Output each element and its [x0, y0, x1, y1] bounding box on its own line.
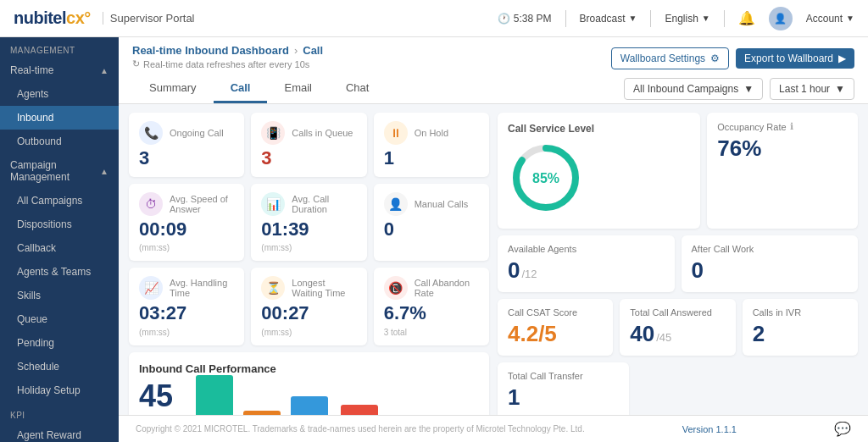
sidebar-item-pending[interactable]: Pending: [0, 331, 119, 355]
chat-icon[interactable]: 💬: [834, 421, 851, 437]
period-filter[interactable]: Last 1 hour ▼: [770, 78, 854, 100]
sidebar-item-dispositions[interactable]: Dispositions: [0, 213, 119, 236]
metric-row-2: ⏱ Avg. Speed of Answer 00:09 (mm:ss) 📊 A…: [129, 184, 489, 261]
tabs-and-filters: Summary Call Email Chat All Inbound Camp…: [132, 75, 854, 103]
tab-chat[interactable]: Chat: [329, 75, 386, 103]
pending-label: Pending: [17, 337, 54, 349]
sidebar-item-agents[interactable]: Agents: [0, 82, 119, 106]
export-wallboard-btn[interactable]: Export to Wallboard ▶: [736, 48, 854, 69]
sidebar-item-agentreward[interactable]: Agent Reward System: [0, 423, 119, 442]
time-value: 5:38 PM: [514, 13, 552, 25]
tabs-row: Summary Call Email Chat: [132, 75, 386, 103]
logo-accent: cx°: [66, 8, 91, 27]
calls-queue-card: 📳 Calls in Queue 3: [251, 113, 366, 177]
avatar[interactable]: 👤: [769, 7, 793, 30]
service-level-donut: 85%: [508, 140, 584, 216]
broadcast-btn[interactable]: Broadcast ▼: [580, 13, 637, 25]
sidebar-item-outbound[interactable]: Outbound: [0, 130, 119, 153]
left-panel: 📞 Ongoing Call 3 📳 Calls in Queue 3: [129, 113, 489, 415]
avg-speed-icon: ⏱: [139, 192, 163, 216]
broadcast-chevron: ▼: [629, 14, 637, 23]
avg-duration-label: Avg. Call Duration: [292, 194, 356, 214]
total-answered-card: Total Call Answered 40 /45: [620, 299, 735, 356]
footer-version[interactable]: Version 1.1.1: [682, 424, 737, 434]
footer-copyright: Copyright © 2021 MICROTEL. Trademarks & …: [136, 424, 585, 434]
agentsteams-label: Agents & Teams: [17, 266, 91, 278]
avg-handling-value: 03:27: [139, 303, 234, 323]
sidebar-item-holidaysetup[interactable]: Holiday Setup: [0, 378, 119, 402]
occupancy-rate-card: Occupancy Rate ℹ 76%: [707, 113, 858, 229]
manual-calls-card: 👤 Manual Calls 0: [374, 184, 489, 261]
perf-total: 45: [139, 378, 182, 414]
refresh-icon: ↻: [132, 58, 140, 69]
callback-label: Callback: [17, 242, 56, 254]
calls-queue-value: 3: [261, 148, 356, 169]
after-call-work-card: After Call Work 0: [682, 235, 859, 292]
on-hold-value: 1: [384, 148, 479, 169]
wallboard-settings-btn[interactable]: Wallboard Settings ⚙: [611, 47, 729, 69]
bar-repeats-fill: 7: [291, 396, 328, 415]
sidebar-item-inbound[interactable]: Inbound: [0, 106, 119, 130]
schedule-label: Schedule: [17, 361, 59, 373]
divider-3: [724, 10, 725, 27]
avg-handling-sub: (mm:ss): [139, 328, 234, 337]
dashboard-body: 📞 Ongoing Call 3 📳 Calls in Queue 3: [119, 104, 868, 415]
management-section-label: Management: [0, 37, 119, 58]
avg-duration-icon: 📊: [261, 192, 285, 216]
account-label: Account: [806, 13, 843, 25]
csat-card: Call CSAT Score 4.2/5: [498, 299, 613, 356]
total-transfer-card: Total Call Transfer 1: [498, 362, 629, 415]
divider-2: [650, 10, 651, 27]
sidebar-item-realtime[interactable]: Real-time ▲: [0, 58, 119, 82]
sidebar-item-schedule[interactable]: Schedule: [0, 355, 119, 378]
after-call-work-title: After Call Work: [692, 244, 849, 254]
notification-icon[interactable]: 🔔: [738, 10, 755, 26]
csat-title: Call CSAT Score: [508, 307, 603, 318]
total-answered-sub: /45: [656, 331, 671, 344]
sidebar-item-skills[interactable]: Skills: [0, 284, 119, 307]
breadcrumb-parent[interactable]: Real-time Inbound Dashboard: [132, 44, 289, 57]
dispositions-label: Dispositions: [17, 218, 72, 230]
account-btn[interactable]: Account ▼: [806, 13, 854, 25]
sidebar-item-callback[interactable]: Callback: [0, 236, 119, 260]
ongoing-call-card: 📞 Ongoing Call 3: [129, 113, 244, 177]
manual-calls-value: 0: [384, 219, 479, 240]
on-hold-card: ⏸ On Hold 1: [374, 113, 489, 177]
on-hold-label: On Hold: [415, 128, 448, 138]
header-right: 🕐 5:38 PM Broadcast ▼ English ▼ 🔔 👤 Acco…: [498, 7, 854, 30]
sidebar-item-campaign[interactable]: Campaign Management ▲: [0, 153, 119, 189]
header-time: 🕐 5:38 PM: [498, 13, 552, 25]
settings-cog-icon: ⚙: [710, 52, 720, 64]
queue-label: Queue: [17, 313, 47, 325]
total-transfer-title: Total Call Transfer: [508, 371, 619, 381]
tab-call[interactable]: Call: [214, 75, 268, 103]
total-answered-title: Total Call Answered: [630, 307, 725, 318]
total-answered-value: 40: [630, 321, 654, 347]
refresh-label: ↻ Real-time data refreshes after every 1…: [132, 58, 323, 69]
perf-title: Inbound Call Performance: [139, 362, 479, 375]
avg-speed-sub: (mm:ss): [139, 243, 234, 252]
language-label: English: [665, 13, 698, 25]
tab-email[interactable]: Email: [267, 75, 329, 103]
campaign-chevron: ▲: [100, 167, 108, 176]
avg-handling-card: 📈 Avg. Handling Time 03:27 (mm:ss): [129, 268, 244, 345]
campaign-filter[interactable]: All Inbound Campaigns ▼: [624, 78, 763, 100]
main-layout: Management Real-time ▲ Agents Inbound Ou…: [0, 37, 868, 442]
service-level-card: Call Service Level 85%: [498, 113, 700, 229]
sidebar-item-queue[interactable]: Queue: [0, 307, 119, 331]
longest-waiting-icon: ⏳: [261, 276, 285, 300]
longest-waiting-sub: (mm:ss): [261, 328, 356, 337]
ongoing-call-value: 3: [139, 148, 234, 169]
inbound-label: Inbound: [17, 112, 53, 124]
avg-duration-sub: (mm:ss): [261, 243, 356, 252]
longest-waiting-value: 00:27: [261, 303, 356, 323]
content-header: Real-time Inbound Dashboard › Call ↻ Rea…: [119, 37, 868, 104]
bar-fcr: 36 FCR: [196, 375, 233, 415]
sidebar-item-allcampaigns[interactable]: All Campaigns: [0, 189, 119, 213]
sidebar-item-agentsteams[interactable]: Agents & Teams: [0, 260, 119, 284]
language-btn[interactable]: English ▼: [665, 13, 709, 25]
avg-speed-value: 00:09: [139, 219, 234, 240]
tab-summary[interactable]: Summary: [132, 75, 214, 103]
abandon-rate-label: Call Abandon Rate: [415, 278, 479, 298]
portal-label: Supervisor Portal: [103, 12, 195, 25]
